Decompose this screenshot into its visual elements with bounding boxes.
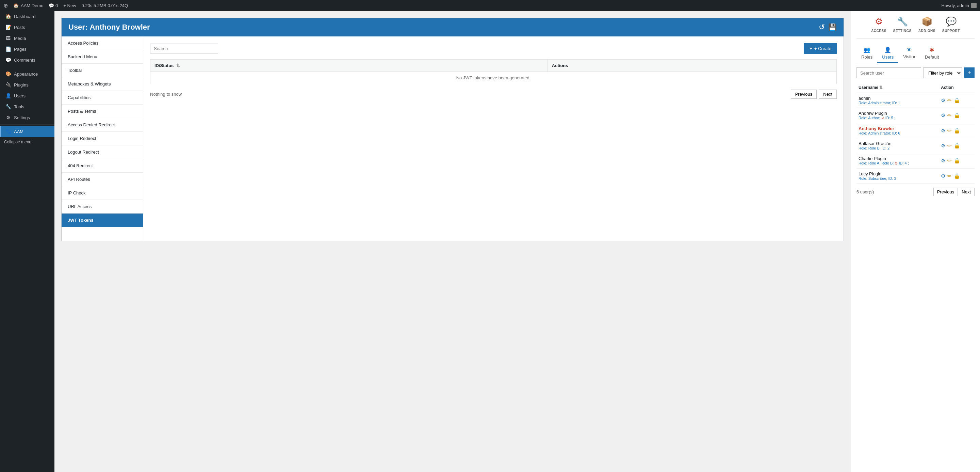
gear-action-icon[interactable]: ⚙ — [941, 173, 945, 179]
next-button[interactable]: Next — [819, 89, 837, 99]
sidebar-item-pages[interactable]: 📄 Pages — [0, 44, 54, 54]
plugins-icon: 🔌 — [5, 82, 11, 88]
sidebar-item-dashboard[interactable]: 🏠 Dashboard — [0, 11, 54, 22]
rp-previous-button[interactable]: Previous — [933, 188, 958, 196]
search-input[interactable] — [150, 44, 218, 53]
gear-action-icon[interactable]: ⚙ — [941, 112, 945, 118]
rp-access[interactable]: ⚙ ACCESS — [871, 16, 886, 33]
sidebar-item-posts[interactable]: 📝 Posts — [0, 22, 54, 33]
sidebar-item-tools[interactable]: 🔧 Tools — [0, 101, 54, 112]
sidebar-item-comments[interactable]: 💬 Comments — [0, 54, 54, 65]
user-name: Andrew Plugin — [859, 111, 937, 116]
access-icon: ⚙ — [875, 16, 883, 27]
action-cell: ⚙ ✏ 🔒 — [939, 138, 975, 153]
lock-action-icon[interactable]: 🔒 — [954, 158, 960, 164]
col-username: Username ⇅ — [856, 83, 939, 93]
new-bar-item[interactable]: + New — [63, 3, 76, 8]
table-row: admin Role: Administrator; ID: 1 ⚙ ✏ 🔒 — [856, 93, 975, 108]
action-icons: ⚙ ✏ 🔒 — [941, 173, 972, 179]
home-icon: 🏠 — [13, 3, 19, 8]
user-cell: Andrew Plugin Role: Author; ⊘ ID: 5 ; — [856, 108, 939, 123]
lock-action-icon[interactable]: 🔒 — [954, 128, 960, 134]
users-icon: 👤 — [5, 93, 11, 99]
sidebar-item-media[interactable]: 🖼 Media — [0, 33, 54, 44]
nav-item-jwt-tokens[interactable]: JWT Tokens — [62, 214, 143, 227]
rp-support[interactable]: 💬 SUPPORT — [942, 16, 960, 33]
nav-item-capabilities[interactable]: Capabilities — [62, 91, 143, 105]
lock-action-icon[interactable]: 🔒 — [954, 97, 960, 104]
right-panel-top-icons: ⚙ ACCESS 🔧 SETTINGS 📦 ADD-ONS 💬 SUPPORT — [856, 16, 975, 38]
appearance-icon: 🎨 — [5, 71, 11, 77]
action-icons: ⚙ ✏ 🔒 — [941, 143, 972, 149]
gear-action-icon[interactable]: ⚙ — [941, 128, 945, 134]
search-user-input[interactable] — [856, 67, 921, 78]
rp-settings[interactable]: 🔧 SETTINGS — [893, 16, 912, 33]
aam-header-actions: ↺ 💾 — [819, 23, 837, 32]
collapse-menu-button[interactable]: Collapse menu — [0, 137, 54, 147]
nav-item-backend-menu[interactable]: Backend Menu — [62, 50, 143, 64]
sidebar-item-users[interactable]: 👤 Users — [0, 90, 54, 101]
edit-action-icon[interactable]: ✏ — [947, 128, 952, 134]
edit-action-icon[interactable]: ✏ — [947, 97, 952, 104]
rp-footer: 6 user(s) Previous Next — [856, 188, 975, 196]
comment-icon: 💬 — [49, 3, 54, 8]
user-name: Charlie Plugin — [859, 156, 937, 161]
nav-item-metaboxes-widgets[interactable]: Metaboxes & Widgets — [62, 77, 143, 91]
edit-action-icon[interactable]: ✏ — [947, 173, 952, 179]
nav-item-access-denied-redirect[interactable]: Access Denied Redirect — [62, 118, 143, 132]
comments-bar-item[interactable]: 💬 0 — [49, 3, 58, 8]
howdy-label: Howdy, admin — [942, 3, 977, 8]
previous-button[interactable]: Previous — [791, 89, 817, 99]
save-button[interactable]: 💾 — [828, 23, 837, 32]
default-tab-icon: ✱ — [930, 47, 934, 53]
nav-item-access-policies[interactable]: Access Policies — [62, 37, 143, 50]
create-button[interactable]: + + Create — [804, 43, 837, 54]
pagination: Nothing to show Previous Next — [150, 89, 837, 99]
rp-search-row: Filter by role + — [856, 67, 975, 78]
edit-action-icon[interactable]: ✏ — [947, 143, 952, 149]
nav-item-404-redirect[interactable]: 404 Redirect — [62, 159, 143, 173]
filter-by-role-select[interactable]: Filter by role — [923, 67, 962, 78]
aam-body: Access Policies Backend Menu Toolbar Met… — [62, 37, 843, 241]
user-meta: Role: Subscriber; ID: 3 — [859, 176, 937, 180]
support-icon: 💬 — [946, 16, 956, 27]
user-name: Baltasar Gracián — [859, 141, 937, 146]
gear-action-icon[interactable]: ⚙ — [941, 158, 945, 164]
lock-action-icon[interactable]: 🔒 — [954, 173, 960, 179]
sidebar-divider-1 — [0, 67, 54, 67]
pages-icon: 📄 — [5, 46, 11, 52]
edit-action-icon[interactable]: ✏ — [947, 158, 952, 164]
posts-icon: 📝 — [5, 24, 11, 30]
sidebar-item-settings[interactable]: ⚙ Settings — [0, 112, 54, 123]
gear-action-icon[interactable]: ⚙ — [941, 97, 945, 104]
lock-action-icon[interactable]: 🔒 — [954, 112, 960, 118]
action-cell: ⚙ ✏ 🔒 — [939, 169, 975, 183]
sidebar-item-aam[interactable]: 🐾 AAM — [0, 126, 54, 137]
nav-item-api-routes[interactable]: API Routes — [62, 173, 143, 186]
refresh-button[interactable]: ↺ — [819, 23, 825, 32]
rp-next-button[interactable]: Next — [958, 188, 975, 196]
empty-message: No JWT tokens have been generated. — [150, 72, 837, 84]
settings-panel-label: SETTINGS — [893, 29, 912, 33]
tab-users[interactable]: 👤 Users — [877, 44, 898, 63]
username-sort-icon: ⇅ — [879, 85, 883, 90]
nav-item-url-access[interactable]: URL Access — [62, 200, 143, 214]
add-user-button[interactable]: + — [964, 67, 975, 78]
rp-addons[interactable]: 📦 ADD-ONS — [918, 16, 935, 33]
site-name[interactable]: 🏠 AAM Demo — [13, 3, 43, 8]
tab-visitor[interactable]: 👁 Visitor — [898, 44, 920, 63]
nav-item-logout-redirect[interactable]: Logout Redirect — [62, 145, 143, 159]
user-meta: Role: Administrator; ID: 6 — [859, 131, 937, 135]
edit-action-icon[interactable]: ✏ — [947, 112, 952, 118]
sidebar-item-plugins[interactable]: 🔌 Plugins — [0, 79, 54, 90]
nav-item-login-redirect[interactable]: Login Redirect — [62, 132, 143, 145]
user-cell: admin Role: Administrator; ID: 1 — [856, 93, 939, 108]
tab-default[interactable]: ✱ Default — [920, 44, 943, 63]
nav-item-posts-terms[interactable]: Posts & Terms — [62, 105, 143, 118]
sidebar-item-appearance[interactable]: 🎨 Appearance — [0, 69, 54, 79]
nav-item-toolbar[interactable]: Toolbar — [62, 64, 143, 77]
tab-roles[interactable]: 👥 Roles — [856, 44, 877, 63]
lock-action-icon[interactable]: 🔒 — [954, 143, 960, 149]
nav-item-ip-check[interactable]: IP Check — [62, 186, 143, 200]
gear-action-icon[interactable]: ⚙ — [941, 143, 945, 149]
